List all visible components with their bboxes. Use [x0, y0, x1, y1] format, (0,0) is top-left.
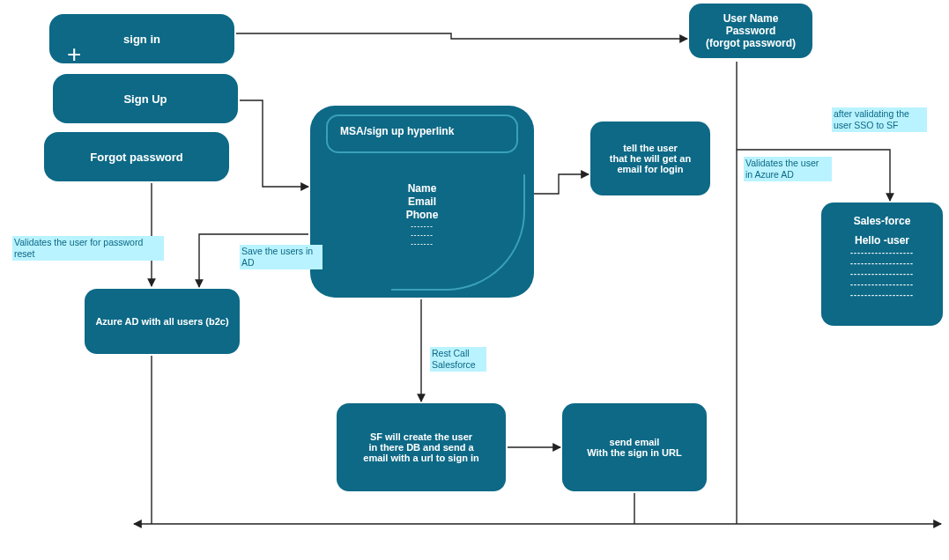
label-save-ad: Save the users in AD [240, 245, 323, 269]
card-label: Forgot password [90, 151, 182, 164]
node-salesforce[interactable]: Sales-force Hello -user ----------------… [821, 203, 943, 326]
node-msa-signup[interactable]: MSA/sign up hyperlink Name Email Phone -… [310, 106, 534, 298]
card-sign-up[interactable]: Sign Up [53, 74, 238, 123]
label-after-sso: after validating the user SSO to SF [832, 107, 927, 132]
text: (forgot password) [706, 37, 796, 49]
text: Password [726, 25, 776, 37]
card-label: Sign Up [123, 92, 167, 106]
node-username-password[interactable]: User Name Password (forgot password) [689, 4, 812, 58]
auth-options-stack: sign in Sign Up Forgot password + [44, 14, 238, 181]
text: User Name [723, 12, 779, 25]
node-azure-ad[interactable]: Azure AD with all users (b2c) [85, 289, 240, 354]
node-send-email[interactable]: send email With the sign in URL [562, 403, 707, 491]
label-rest-call: Rest Call Salesforce [430, 347, 486, 372]
label-validate-azure: Validates the user in Azure AD [744, 157, 832, 181]
card-sign-in[interactable]: sign in [49, 14, 234, 63]
node-tell-user[interactable]: tell the user that he will get an email … [590, 122, 710, 195]
label-validate-reset: Validates the user for password reset [12, 236, 164, 261]
msa-header: MSA/sign up hyperlink [326, 114, 518, 153]
node-sf-create[interactable]: SF will create the user in there DB and … [337, 403, 506, 491]
diagram-canvas: sign in Sign Up Forgot password + User N… [0, 0, 949, 560]
card-label: sign in [123, 33, 160, 46]
card-forgot-password[interactable]: Forgot password [44, 132, 229, 181]
